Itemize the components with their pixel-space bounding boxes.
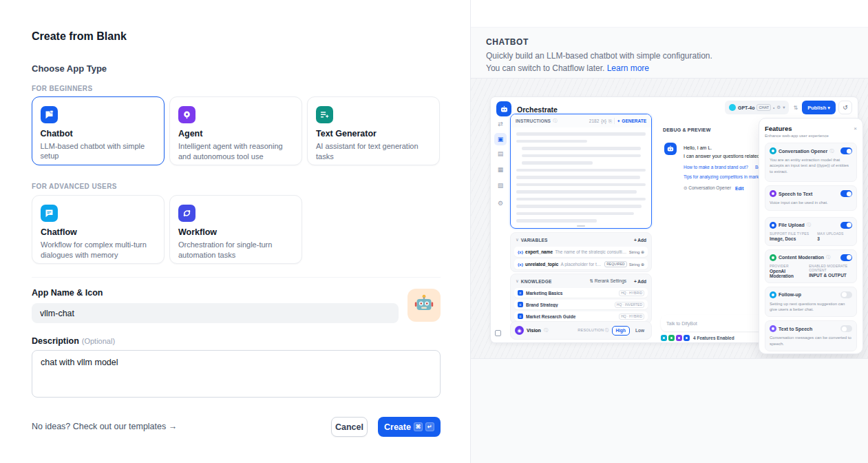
model-name: GPT-4o bbox=[738, 105, 755, 110]
advanced-section-label: FOR ADVANCED USERS bbox=[32, 183, 117, 190]
app-type-card-workflow[interactable]: Workflow Orchestration for single-turn a… bbox=[169, 195, 302, 264]
chevron-down-icon: ▾ bbox=[783, 105, 785, 110]
cancel-button[interactable]: Cancel bbox=[331, 417, 368, 437]
features-panel: Features × Enhance web-app user experien… bbox=[759, 118, 863, 354]
variable-row: {x} expert_name The name of the strategi… bbox=[514, 247, 648, 257]
bot-avatar-icon bbox=[664, 143, 677, 155]
chevron-down-icon: ▾ bbox=[827, 105, 830, 111]
toggle bbox=[840, 325, 852, 332]
model-selector: GPT-4o CHAT • ⚙ ▾ bbox=[725, 101, 789, 114]
app-type-card-chatflow[interactable]: Chatflow Workflow for complex multi-turn… bbox=[32, 195, 165, 264]
info-icon: ⓘ bbox=[829, 148, 834, 154]
app-icon-picker[interactable] bbox=[407, 289, 441, 322]
content-moderation-icon bbox=[770, 254, 776, 261]
image-tab-icon: ▤ bbox=[495, 151, 506, 157]
feature-card: Conversation Opener ⓘ You are an entity … bbox=[765, 143, 857, 182]
instructions-panel: INSTRUCTIONS ⓘ 2182 {x} ⎘ ✦ GENERATE bbox=[510, 114, 652, 229]
document-icon: ≡ bbox=[518, 302, 523, 307]
app-type-card-agent[interactable]: Agent Intelligent agent with reasoning a… bbox=[169, 96, 302, 165]
toggle bbox=[840, 147, 852, 154]
resolution-low-chip: Low bbox=[633, 326, 647, 336]
gear-tab-icon: ⚙ bbox=[495, 200, 506, 207]
create-button[interactable]: Create ⌘ ↵ bbox=[378, 417, 441, 437]
variables-label: VARIABLES bbox=[521, 238, 548, 243]
learn-more-link[interactable]: Learn more bbox=[607, 63, 649, 73]
speech-to-text-mini-icon bbox=[676, 335, 682, 341]
toggle bbox=[840, 190, 852, 197]
copy-icon: ⎘ bbox=[608, 119, 612, 124]
preview-pane-header-strip bbox=[471, 0, 868, 28]
app-type-desc: Intelligent agent with reasoning and aut… bbox=[178, 141, 293, 161]
app-type-desc: LLM-based chatbot with simple setup bbox=[41, 141, 156, 161]
app-type-card-chatbot[interactable]: Chatbot LLM-based chatbot with simple se… bbox=[32, 96, 165, 165]
toggle bbox=[840, 291, 852, 298]
app-type-card-text-generator[interactable]: Text Generator AI assistant for text gen… bbox=[307, 96, 440, 165]
app-type-desc: Orchestration for single-turn automation… bbox=[178, 240, 293, 260]
swap-icon: ⇄ bbox=[495, 121, 506, 127]
placeholder-line bbox=[516, 132, 646, 136]
collapse-panel-icon bbox=[495, 330, 501, 336]
edit-link: Edit bbox=[735, 186, 743, 191]
model-toolbar: GPT-4o CHAT • ⚙ ▾ ⇅ Publish ▾ ↺ bbox=[725, 101, 852, 114]
info-icon: ⓘ bbox=[544, 327, 548, 333]
opener-label: ⊙ Conversation Opener bbox=[684, 185, 731, 191]
preview-image-area: Orchestrate GPT-4o CHAT • ⚙ ▾ ⇅ Publish … bbox=[471, 78, 868, 359]
knowledge-row: ≡ Brand Strategy HQ · INVERTED bbox=[514, 300, 648, 309]
content-moderation-mini-icon bbox=[668, 335, 675, 341]
command-key-icon: ⌘ bbox=[414, 422, 423, 431]
chatflow-icon bbox=[41, 205, 58, 222]
description-label: Description(Optional) bbox=[32, 336, 115, 346]
generate-button: ✦ GENERATE bbox=[617, 119, 646, 124]
preview-description: Quickly build an LLM-based chatbot with … bbox=[486, 50, 726, 74]
knowledge-panel: ∨ KNOWLEDGE ⇅ Rerank Settings + Add ≡ Ma… bbox=[510, 274, 652, 324]
tune-icon: ⇅ bbox=[589, 278, 593, 283]
text-sparkle-icon bbox=[316, 106, 333, 123]
text-to-speech-icon bbox=[770, 325, 776, 332]
vision-row: ◉ Vision ⓘ RESOLUTION ⓘ High Low bbox=[510, 321, 652, 340]
feature-card: Content Moderation ⓘ PROVIDEROpenAI Mode… bbox=[765, 249, 857, 283]
placeholder-line bbox=[522, 161, 593, 165]
choose-app-type-label: Choose App Type bbox=[32, 63, 107, 74]
resolution-high-chip: High bbox=[612, 326, 630, 336]
description-textarea[interactable]: chat with vllm model bbox=[32, 350, 441, 398]
app-name-label: App Name & Icon bbox=[32, 288, 103, 298]
publish-button: Publish ▾ bbox=[802, 101, 836, 114]
app-type-desc: AI assistant for text generation tasks bbox=[316, 141, 431, 161]
knowledge-label: KNOWLEDGE bbox=[521, 279, 552, 284]
suggested-question: How to make a brand stand out? bbox=[684, 165, 748, 169]
conversation-opener-icon bbox=[770, 147, 776, 154]
add-variable-button: + Add bbox=[634, 238, 646, 243]
mic-icon: • bbox=[773, 105, 774, 110]
create-app-dialog: Create from Blank Choose App Type FOR BE… bbox=[0, 0, 868, 463]
placeholder-line bbox=[516, 212, 634, 216]
variable-icon: {x} bbox=[518, 263, 523, 267]
page-title: Create from Blank bbox=[32, 30, 127, 43]
info-icon: ⓘ bbox=[826, 254, 830, 260]
info-icon: ⓘ bbox=[605, 328, 609, 332]
model-provider-icon bbox=[729, 104, 736, 111]
history-icon: ↺ bbox=[838, 101, 852, 114]
preview-heading: CHATBOT bbox=[486, 37, 529, 47]
resize-handle bbox=[577, 225, 585, 227]
instructions-label: INSTRUCTIONS bbox=[516, 119, 551, 123]
templates-link[interactable]: No ideas? Check out our templates → bbox=[32, 422, 177, 431]
knowledge-row: ≡ Marketing Basics HQ · HYBRID bbox=[514, 288, 648, 298]
note-tab-icon: ▧ bbox=[495, 183, 506, 189]
toggle bbox=[840, 222, 852, 229]
arrow-right-icon: → bbox=[169, 422, 178, 431]
beginner-app-types: Chatbot LLM-based chatbot with simple se… bbox=[32, 96, 440, 165]
app-type-name: Text Generator bbox=[316, 129, 431, 138]
placeholder-line bbox=[516, 219, 597, 223]
variable-row: {x} unrelated_topic A placeholder for to… bbox=[514, 259, 648, 269]
placeholder-line bbox=[516, 169, 646, 172]
app-name-input[interactable] bbox=[32, 303, 399, 323]
variables-icon: {x} bbox=[601, 119, 606, 123]
bot-avatar-icon bbox=[496, 101, 511, 116]
feature-card: Speech to Text Voice input can be used i… bbox=[765, 185, 857, 210]
resolution-label: RESOLUTION ⓘ bbox=[578, 328, 608, 333]
placeholder-line bbox=[516, 140, 587, 143]
divider bbox=[614, 118, 615, 124]
beginners-section-label: FOR BEGINNERS bbox=[32, 85, 93, 92]
rerank-settings: ⇅ Rerank Settings bbox=[589, 278, 626, 284]
suggested-question: Tips for analyzing competitors in market bbox=[684, 174, 763, 179]
